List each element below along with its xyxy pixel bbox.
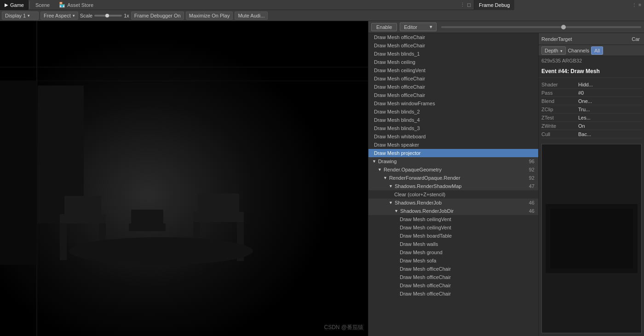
event-item-officechair7[interactable]: Draw Mesh officeChair (368, 273, 538, 281)
fd-slider[interactable] (441, 26, 641, 28)
section-render-forward[interactable]: ▼ RenderForwardOpaque.Render 92 (368, 174, 538, 182)
event-item-officechair3[interactable]: Draw Mesh officeChair (368, 74, 538, 83)
event-item-blinds2[interactable]: Draw Mesh blinds_2 (368, 108, 538, 116)
event-item-officechair5[interactable]: Draw Mesh officeChair (368, 91, 538, 99)
tab-control-icon-1[interactable]: ⋮ (460, 2, 465, 8)
svg-point-16 (69, 237, 253, 265)
fd-right-toolbar: RenderTarget Car (539, 33, 644, 45)
tab-frame-debug[interactable]: Frame Debug (474, 0, 514, 10)
tab-asset-store[interactable]: 🏪 Asset Store (54, 0, 98, 10)
watermark: CSDN @番茄猿 (324, 324, 363, 331)
fd-props: Shader Hidd... Pass #0 Blend One... ZC (539, 78, 644, 141)
fd-editor-dropdown[interactable]: Editor ▾ (400, 23, 437, 31)
event-item-windowframes[interactable]: Draw Mesh windowFrames (368, 99, 538, 108)
scene-svg (0, 21, 368, 336)
fd-event-list[interactable]: Draw Mesh officeChair Draw Mesh officeCh… (368, 33, 539, 336)
game-icon: ▶ (5, 2, 8, 7)
svg-rect-11 (198, 194, 239, 214)
dropdown-arrow-icon: ▾ (430, 24, 432, 30)
prop-blend: Blend One... (541, 97, 642, 105)
section-shadows-job[interactable]: ▼ Shadows.RenderJob 46 (368, 199, 538, 207)
fd-size-info: 629x535 ARGB32 (539, 56, 644, 65)
fd-toolbar: Enable Editor ▾ (368, 21, 644, 33)
event-item-whiteboard[interactable]: Draw Mesh whiteboard (368, 132, 538, 141)
fd-enable-button[interactable]: Enable (371, 23, 397, 31)
event-item-blinds4[interactable]: Draw Mesh blinds_4 (368, 116, 538, 124)
prop-pass-value: #0 (578, 90, 642, 96)
event-item-boardtable[interactable]: Draw Mesh boardTable (368, 232, 538, 240)
frame-debugger-btn[interactable]: Frame Debugger On (131, 11, 184, 20)
tab-game[interactable]: ▶ Game (0, 0, 29, 10)
depth-channels-bar: Depth ▾ Channels All (539, 45, 644, 56)
section-drawing[interactable]: ▼ Drawing 96 (368, 157, 538, 165)
tab-controls: ⋮ ◻ (460, 2, 474, 8)
tab-divider-1 (29, 1, 30, 9)
svg-rect-19 (550, 209, 633, 268)
event-item-officechair8[interactable]: Draw Mesh officeChair (368, 281, 538, 290)
svg-rect-4 (0, 81, 37, 265)
shadows-job-arrow-icon: ▼ (389, 200, 393, 205)
svg-rect-7 (64, 196, 101, 216)
channels-label: Channels (568, 48, 589, 53)
event-item-officechair4[interactable]: Draw Mesh officeChair (368, 83, 538, 91)
store-icon: 🏪 (59, 2, 65, 8)
game-view: CSDN @番茄猿 (0, 21, 368, 336)
event-item-officechair2[interactable]: Draw Mesh officeChair (368, 41, 538, 50)
event-item-ground[interactable]: Draw Mesh ground (368, 248, 538, 256)
tab-control-icon-2[interactable]: ◻ (467, 2, 471, 8)
prop-shader: Shader Hidd... (541, 80, 642, 89)
section-render-opaque[interactable]: ▼ Render.OpaqueGeometry 92 (368, 165, 538, 174)
fd-tab-controls: ⋮ ≡ (632, 2, 644, 7)
all-btn[interactable]: All (591, 46, 603, 55)
prop-zwrite: ZWrite On (541, 122, 642, 130)
scale-slider[interactable] (94, 15, 122, 17)
drawing-arrow-icon: ▼ (372, 159, 376, 164)
prop-blend-value: One... (578, 98, 642, 104)
car-label: Car (632, 36, 640, 42)
fd-control-2[interactable]: ≡ (638, 2, 641, 7)
event-item-sofa[interactable]: Draw Mesh sofa (368, 256, 538, 265)
event-item-projector[interactable]: Draw Mesh projector (368, 149, 538, 157)
maximize-btn[interactable]: Maximize On Play (186, 11, 233, 20)
render-opaque-arrow-icon: ▼ (378, 167, 382, 172)
depth-btn[interactable]: Depth ▾ (541, 46, 566, 55)
event-item-ceiling[interactable]: Draw Mesh ceiling (368, 58, 538, 66)
fd-render-preview (541, 144, 642, 333)
mute-btn[interactable]: Mute Audi... (235, 11, 268, 20)
render-forward-arrow-icon: ▼ (383, 176, 387, 180)
prop-pass: Pass #0 (541, 89, 642, 97)
prop-shader-label: Shader (541, 82, 578, 87)
aspect-dropdown[interactable]: Free Aspect (40, 11, 78, 20)
scale-slider-thumb (105, 14, 109, 17)
event-item-blinds1[interactable]: Draw Mesh blinds_1 (368, 50, 538, 58)
game-scene: CSDN @番茄猿 (0, 21, 368, 336)
event-item-officechair6[interactable]: Draw Mesh officeChair (368, 265, 538, 273)
fd-right-panel: RenderTarget Car Depth ▾ Channels All (539, 33, 644, 336)
render-target-label: RenderTarget (541, 36, 630, 42)
tab-scene[interactable]: Scene (31, 0, 54, 10)
event-item-speaker[interactable]: Draw Mesh speaker (368, 141, 538, 149)
event-item-ceilingvent3[interactable]: Draw Mesh ceilingVent (368, 223, 538, 232)
event-item-blinds3[interactable]: Draw Mesh blinds_3 (368, 124, 538, 132)
display-dropdown[interactable]: Display 1 (2, 11, 39, 20)
event-item-officechair1[interactable]: Draw Mesh officeChair (368, 33, 538, 41)
section-shadows-map[interactable]: ▼ Shadows.RenderShadowMap 47 (368, 182, 538, 190)
top-tab-bar: ▶ Game Scene 🏪 Asset Store ⋮ ◻ Frame Deb… (0, 0, 644, 10)
prop-ztest-label: ZTest (541, 115, 578, 120)
section-shadows-jobdir[interactable]: ▼ Shadows.RenderJobDir 46 (368, 207, 538, 215)
fd-control-1[interactable]: ⋮ (632, 2, 637, 7)
shadows-jobdir-arrow-icon: ▼ (394, 209, 398, 213)
event-item-clear[interactable]: Clear (color+Z+stencil) (368, 190, 538, 199)
prop-zclip-label: ZClip (541, 107, 578, 112)
frame-debug-panel: Enable Editor ▾ Draw Mesh officeChair Dr… (368, 21, 644, 336)
event-item-ceilingvent1[interactable]: Draw Mesh ceilingVent (368, 66, 538, 74)
game-toolbar: Display 1 Free Aspect Scale 1x Frame Deb… (0, 10, 644, 21)
event-item-ceilingvent2[interactable]: Draw Mesh ceilingVent (368, 215, 538, 223)
event-item-officechair9[interactable]: Draw Mesh officeChair (368, 290, 538, 298)
event-item-walls[interactable]: Draw Mesh walls (368, 240, 538, 248)
prop-cull-label: Cull (541, 131, 578, 137)
prop-blend-label: Blend (541, 98, 578, 104)
prop-ztest-value: Les... (578, 115, 642, 120)
prop-cull: Cull Bac... (541, 130, 642, 138)
prop-cull-value: Bac... (578, 131, 642, 137)
